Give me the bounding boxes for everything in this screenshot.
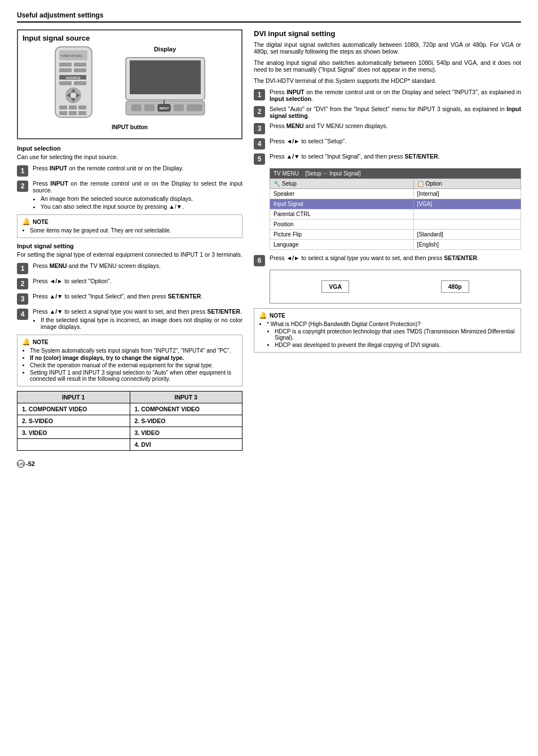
bullet-left-2-2: You can also select the input source by … bbox=[41, 203, 242, 210]
input-signal-setting-text: For setting the signal type of external … bbox=[17, 251, 242, 258]
step-content-left-2: Press INPUT on the remote control unit o… bbox=[33, 180, 242, 211]
note2-bullet2: If no (color) image displays, try to cha… bbox=[30, 355, 237, 361]
svg-rect-17 bbox=[59, 106, 67, 109]
tv-menu-setup-cell: 🔧 Setup bbox=[270, 179, 414, 189]
table-cell-1-2: 1. COMPONENT VIDEO bbox=[130, 403, 242, 415]
display-label: Display bbox=[123, 46, 208, 52]
input-button-label: INPUT button bbox=[23, 124, 237, 130]
step-iss-3: 3 Press ▲/▼ to select "Input Select", an… bbox=[17, 293, 242, 305]
svg-rect-19 bbox=[78, 106, 86, 109]
step-content-dvi-5: Press ▲/▼ to select "Input Signal", and … bbox=[270, 153, 521, 160]
remote-diagram: TV/SAT DV DVO... SOURCE bbox=[52, 46, 117, 120]
step-num-dvi-3: 3 bbox=[254, 123, 265, 134]
page-title: Useful adjustment settings bbox=[17, 11, 521, 23]
tv-menu-position-row: Position bbox=[270, 219, 521, 230]
svg-rect-4 bbox=[74, 63, 86, 67]
step-content-iss-4: Press ▲/▼ to select a signal type you wa… bbox=[33, 308, 242, 331]
tv-menu-speaker-label: Speaker bbox=[270, 189, 414, 199]
step-content-dvi-4: Press ◄/► to select "Setup". bbox=[270, 138, 521, 144]
step-content-left-1: Press INPUT on the remote control unit o… bbox=[33, 165, 242, 172]
step-content-iss-3: Press ▲/▼ to select "Input Select", and … bbox=[33, 293, 242, 300]
priority-table: INPUT 1 INPUT 3 1. COMPONENT VIDEO 1. CO… bbox=[17, 391, 242, 451]
left-column: Input signal source TV/SAT DV DVO... bbox=[17, 29, 242, 468]
table-row-3: 3. VIDEO 3. VIDEO bbox=[17, 427, 242, 439]
tv-menu-option-cell: 📋 Option bbox=[413, 179, 521, 189]
tv-menu-input-signal-label: Input Signal bbox=[270, 199, 414, 209]
table-row-1: 1. COMPONENT VIDEO 1. COMPONENT VIDEO bbox=[17, 403, 242, 415]
tv-menu-language-value: [English] bbox=[413, 240, 521, 250]
svg-rect-5 bbox=[59, 68, 72, 72]
iss-4-bullet: If the selected signal type is incorrect… bbox=[41, 317, 242, 330]
step-content-dvi-1: Press INPUT on the remote control unit o… bbox=[270, 89, 521, 102]
svg-rect-6 bbox=[74, 68, 86, 72]
note-title-dvi: 🔔 NOTE bbox=[259, 311, 516, 319]
table-cell-1-1: 1. COMPONENT VIDEO bbox=[17, 403, 130, 415]
step-iss-2: 2 Press ◄/► to select "Option". bbox=[17, 278, 242, 289]
tv-menu-language-row: Language [English] bbox=[270, 240, 521, 250]
step-dvi-2: 2 Select "Auto" or "DVI" from the "Input… bbox=[254, 106, 521, 119]
table-cell-2-2: 2. S-VIDEO bbox=[130, 415, 242, 427]
tv-menu-parental-label: Parental CTRL bbox=[270, 209, 414, 219]
right-column: DVI input signal setting The digital inp… bbox=[254, 29, 521, 468]
dvi-section-title: DVI input signal setting bbox=[254, 29, 521, 38]
step-num-dvi-5: 5 bbox=[254, 153, 265, 165]
svg-rect-9 bbox=[59, 81, 72, 85]
tv-menu-input-signal-value: [VGA] bbox=[413, 199, 521, 209]
dvi-intro1: The digital input signal switches automa… bbox=[254, 41, 521, 55]
tv-menu-position-value bbox=[413, 219, 521, 230]
step-iss-4: 4 Press ▲/▼ to select a signal type you … bbox=[17, 308, 242, 331]
tv-menu-parental-row: Parental CTRL bbox=[270, 209, 521, 219]
svg-text:TV/SAT DV DVO...: TV/SAT DV DVO... bbox=[60, 54, 84, 58]
step-num-dvi-6: 6 bbox=[254, 255, 265, 266]
step-dvi-4: 4 Press ◄/► to select "Setup". bbox=[254, 138, 521, 150]
note-icon-2: 🔔 bbox=[22, 338, 30, 346]
page-num: -52 bbox=[26, 460, 35, 467]
setup-label: Setup bbox=[282, 181, 297, 187]
input-signal-source-title: Input signal source bbox=[23, 34, 237, 42]
setup-icon: 🔧 bbox=[274, 181, 280, 187]
svg-rect-24 bbox=[130, 60, 201, 94]
svg-point-16 bbox=[70, 93, 76, 98]
svg-rect-20 bbox=[59, 111, 67, 115]
step-left-2: 2 Press INPUT on the remote control unit… bbox=[17, 180, 242, 211]
option-icon: 📋 bbox=[417, 181, 424, 187]
remote-svg: TV/SAT DV DVO... SOURCE bbox=[52, 46, 117, 119]
note2-bullet3: Check the operation manual of the extern… bbox=[30, 362, 237, 368]
tv-menu-input-signal-row: Input Signal [VGA] bbox=[270, 199, 521, 209]
input-selection-text: Can use for selecting the input source. bbox=[17, 153, 242, 160]
step-num-dvi-2: 2 bbox=[254, 106, 265, 117]
table-row-2: 2. S-VIDEO 2. S-VIDEO bbox=[17, 415, 242, 427]
step-iss-1: 1 Press MENU and the TV MENU screen disp… bbox=[17, 262, 242, 274]
svg-rect-3 bbox=[59, 63, 72, 67]
step-dvi-1: 1 Press INPUT on the remote control unit… bbox=[254, 89, 521, 102]
step-content-iss-2: Press ◄/► to select "Option". bbox=[33, 278, 242, 284]
table-cell-2-1: 2. S-VIDEO bbox=[17, 415, 130, 427]
tv-menu-setup-row: 🔧 Setup 📋 Option bbox=[270, 179, 521, 189]
vga-box: VGA bbox=[321, 280, 349, 293]
input-selection-heading: Input selection bbox=[17, 145, 242, 152]
step-content-dvi-6: Press ◄/► to select a signal type you wa… bbox=[270, 254, 521, 261]
svg-rect-27 bbox=[144, 104, 155, 111]
note-box-1: 🔔 NOTE Some items may be grayed out. The… bbox=[17, 214, 242, 238]
tv-menu-pictureflip-value: [Standard] bbox=[413, 230, 521, 240]
table-cell-4-1 bbox=[17, 439, 130, 451]
svg-rect-31 bbox=[187, 104, 202, 111]
table-header-input1: INPUT 1 bbox=[17, 392, 130, 403]
step-num-iss-2: 2 bbox=[17, 278, 28, 289]
tv-menu-table: TV MENU [Setup ··· Input Signal] 🔧 Setup… bbox=[270, 168, 521, 250]
step-num-left-2: 2 bbox=[17, 181, 28, 192]
tv-menu-speaker-row: Speaker [Internal] bbox=[270, 189, 521, 199]
tv-menu-pictureflip-label: Picture Flip bbox=[270, 230, 414, 240]
svg-rect-26 bbox=[131, 104, 142, 111]
option-label: Option bbox=[425, 181, 442, 187]
step-dvi-3: 3 Press MENU and TV MENU screen displays… bbox=[254, 122, 521, 134]
diagram-area: TV/SAT DV DVO... SOURCE bbox=[23, 46, 237, 121]
step-num-iss-1: 1 bbox=[17, 263, 28, 274]
step-num-dvi-1: 1 bbox=[254, 89, 265, 100]
note-box-dvi: 🔔 NOTE * What is HDCP (High-Bandwidth Di… bbox=[254, 308, 521, 353]
table-cell-3-1: 3. VIDEO bbox=[17, 427, 130, 439]
svg-rect-21 bbox=[69, 111, 77, 115]
step-content-iss-1: Press MENU and the TV MENU screen displa… bbox=[33, 262, 242, 269]
tv-menu-header-row: TV MENU [Setup ··· Input Signal] bbox=[270, 169, 521, 179]
tv-menu-header-right: [Setup ··· Input Signal] bbox=[305, 170, 360, 177]
